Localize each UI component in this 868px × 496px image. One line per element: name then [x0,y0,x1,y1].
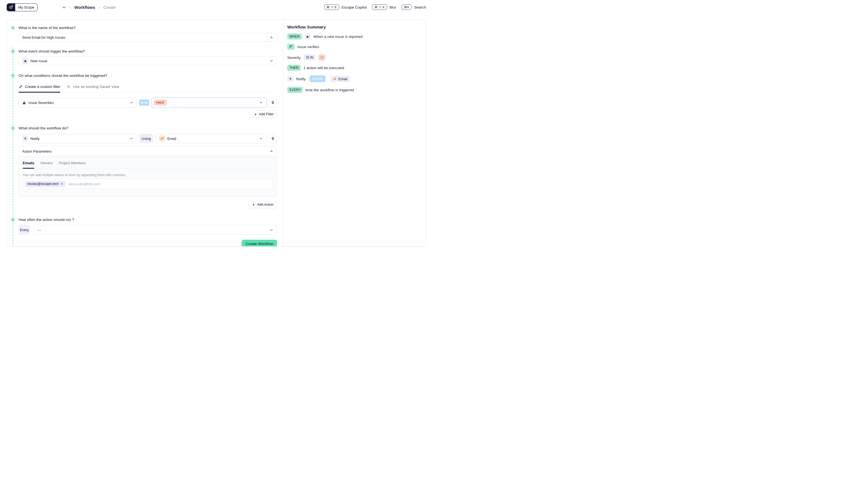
chevron-down-icon [269,59,273,63]
email-icon [333,77,336,81]
action-type-select[interactable]: Notify [18,134,137,143]
timeline-dot [11,26,15,30]
copilot-shortcut-label: Escape Copilot [342,5,367,10]
remove-email-icon[interactable] [61,183,63,185]
action-parameters-panel: Action Parameters Emails Owners Project … [18,146,277,197]
filter-values-select[interactable]: HIGH [152,97,267,108]
shortcut-group: ⌘ ⇧ E Escape Copilot ⌘ ⇧ K Blur ⌘K Searc… [324,4,426,10]
chevron-down-icon [259,137,263,140]
delete-filter-button[interactable] [269,97,277,108]
summary-severity-row: Severity IS IN H [287,55,420,61]
copilot-shortcut-kbd[interactable]: ⌘ ⇧ E [324,4,339,10]
signature-generate-icon[interactable] [267,33,277,42]
parameter-tabs: Emails Owners Project Members [23,160,273,168]
filter-row: Issue Severities IS IN HIGH [18,97,277,108]
chevron-up-icon[interactable] [269,149,273,153]
breadcrumb-workflows[interactable]: Workflows [74,5,95,10]
summary-when-row: WHEN When a new issue is reported [287,33,420,40]
if-badge: IF [287,44,295,50]
question-action: What should the workflow do? [18,126,277,130]
summary-every-row: EVERY time the workflow is triggered [287,87,420,93]
emails-input-field: nicolas@escape.tech [23,179,273,189]
workflow-summary-panel: Workflow Summary WHEN When a new issue i… [283,20,426,246]
chevron-down-icon [259,100,263,105]
top-bar: My Scope › Workflows › Create ⌘ ⇧ E Esca… [0,0,434,14]
plus-icon [254,112,257,116]
trigger-select[interactable]: New Issue [18,57,277,65]
breadcrumb-create: Create [103,5,115,10]
search-shortcut-kbd[interactable]: ⌘K [402,4,412,10]
chevron-down-icon[interactable] [62,5,66,10]
filter-field-value: Issue Severities [29,100,54,105]
when-badge: WHEN [287,33,302,40]
question-name: What is the name of the workflow? [18,26,277,30]
email-input[interactable] [68,182,271,186]
severity-label: Severity [287,56,301,60]
search-shortcut-label: Search [414,5,426,10]
workflow-name-input[interactable] [19,33,267,42]
breadcrumb: › Workflows › Create [62,5,116,10]
chevron-down-icon [129,137,133,140]
action-parameters-header[interactable]: Action Parameters [19,146,277,156]
timeline-dot [11,74,15,77]
frequency-row: Every --- [18,225,277,235]
summary-action-row: Notify USING Email [287,76,420,82]
timeline-dot [11,49,15,53]
when-text: When a new issue is reported [314,34,363,39]
bell-icon [287,76,293,82]
my-scope-label: My Scope [15,4,37,11]
breadcrumb-separator: › [98,5,100,10]
filter-operator-badge: IS IN [139,99,149,106]
then-badge: THEN [287,65,301,71]
add-action-button[interactable]: Add Action [249,201,277,208]
chevron-down-icon [129,100,133,105]
bug-icon [22,58,28,64]
tab-saved-view-label: Use an existing Saved View [73,84,119,89]
action-parameters-body: Emails Owners Project Members You can ad… [19,156,277,197]
question-frequency: How often the action should run ? [18,218,277,222]
severity-value-badge: H [318,55,325,61]
create-workflow-button[interactable]: Create Workflow [241,240,277,247]
add-filter-button[interactable]: Add Filter [250,111,277,118]
delete-action-button[interactable] [269,134,277,143]
summary-then-row: THEN 1 action will be executed [287,65,420,71]
timeline-dot [11,126,15,130]
frequency-select[interactable]: --- [34,225,277,235]
workflow-form-panel: What is the name of the workflow? What e… [7,20,283,246]
using-badge: USING [310,76,326,82]
email-chip-value: nicolas@escape.tech [27,182,59,186]
bug-icon [305,33,311,40]
scope-target-icon [7,4,15,11]
condition-tabs: Create a custom filter Use an existing S… [18,83,277,92]
every-label: Every [18,225,30,235]
question-trigger: What event should trigger the workflow? [18,49,277,53]
tab-emails[interactable]: Emails [23,160,34,168]
plus-icon [252,203,255,206]
filter-field-select[interactable]: Issue Severities [18,97,137,108]
channel-badge-label: Email [338,77,347,81]
bell-icon [22,136,28,142]
trash-icon [271,137,275,140]
blur-shortcut-kbd[interactable]: ⌘ ⇧ K [372,4,387,10]
breadcrumb-separator: › [70,5,71,10]
email-chip: nicolas@escape.tech [25,181,65,187]
tab-project-members[interactable]: Project Members [59,160,86,168]
trash-icon [271,100,275,105]
every-badge: EVERY [287,87,303,93]
action-row: Notify Using Email [18,134,277,143]
summary-action-name: Notify [296,77,306,81]
tab-owners[interactable]: Owners [41,160,53,168]
workflow-create-card: What is the name of the workflow? What e… [7,19,426,247]
tab-custom-filter[interactable]: Create a custom filter [18,83,60,92]
channel-badge: Email [330,76,350,82]
workflow-name-field [18,33,277,42]
tab-custom-filter-label: Create a custom filter [25,84,60,89]
action-parameters-title: Action Parameters [22,149,52,153]
tab-saved-view[interactable]: Use an existing Saved View [67,83,119,92]
action-channel-select[interactable]: Email [155,134,267,143]
if-text: Issue verifies [297,45,319,49]
trigger-value: New Issue [30,59,47,63]
my-scope-button[interactable]: My Scope [6,3,37,11]
emails-hint-text: You can add multiple values at once by s… [23,173,273,177]
then-text: 1 action will be executed [303,66,344,70]
